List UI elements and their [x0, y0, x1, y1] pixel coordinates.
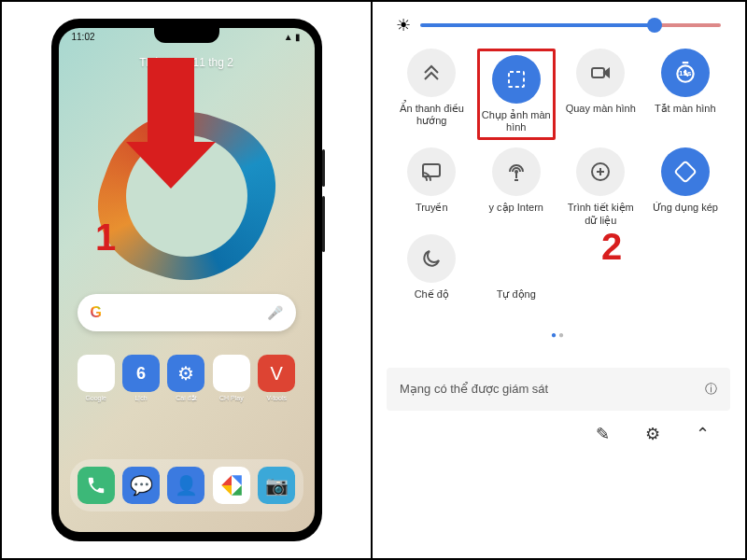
expand-icon[interactable]: ⌃	[696, 424, 710, 444]
blank-icon	[492, 234, 541, 283]
step1-panel: 11:02 ▲ ▮ Thứ Năm, 11 thg 2 🎤 Google 6	[2, 2, 371, 558]
calendar-icon: 6	[122, 355, 160, 392]
app-phone[interactable]	[78, 467, 115, 504]
message-icon: 💬	[122, 467, 160, 504]
tile-hide-navbar[interactable]: Ẩn thanh điều hướng	[392, 49, 472, 140]
hotspot-icon	[492, 147, 541, 196]
tile-screenshot[interactable]: Chụp ảnh màn hình	[477, 49, 557, 140]
vtools-icon: V	[258, 355, 295, 392]
svg-rect-3	[423, 164, 440, 176]
step2-panel: ☀ Ẩn thanh điều hướng Chụp ảnh màn hình …	[371, 2, 744, 558]
app-calendar[interactable]: 6 Lịch	[122, 355, 160, 402]
settings-gear-icon[interactable]: ⚙	[645, 424, 660, 444]
dock: 💬 👤 📷	[70, 459, 303, 511]
network-notice[interactable]: Mạng có thể được giám sát ⓘ	[387, 368, 730, 411]
step-number-2: 2	[601, 226, 622, 268]
tile-screen-record[interactable]: Quay màn hình	[561, 49, 641, 140]
edit-icon[interactable]: ✎	[596, 424, 610, 444]
capture-icon	[492, 55, 541, 104]
play-icon: ▶	[213, 355, 250, 392]
clock: 11:02	[72, 32, 95, 42]
camera-icon: 📷	[258, 467, 295, 504]
svg-rect-1	[592, 68, 604, 77]
svg-point-4	[515, 171, 517, 173]
moon-icon	[407, 234, 456, 283]
app-google-folder[interactable]: Google	[78, 355, 115, 402]
info-icon: ⓘ	[705, 381, 717, 398]
data-saver-icon	[576, 147, 625, 196]
timer-icon: 15s	[661, 49, 710, 97]
tile-dark-mode[interactable]: Chế độ	[392, 234, 472, 313]
tile-cast[interactable]: Truyền	[392, 147, 472, 226]
app-vtools[interactable]: V V-tools	[258, 355, 295, 402]
status-icons: ▲ ▮	[284, 32, 302, 42]
google-logo-icon	[91, 304, 107, 321]
cast-icon	[407, 147, 456, 196]
svg-rect-6	[674, 161, 696, 183]
quick-settings-grid: Ẩn thanh điều hướng Chụp ảnh màn hình Qu…	[387, 49, 730, 313]
tile-internet-access[interactable]: y cập Intern	[477, 147, 557, 226]
nav-icon	[407, 49, 456, 97]
step-number-1: 1	[95, 217, 116, 259]
brightness-icon: ☀	[396, 15, 411, 35]
swipe-down-arrow-annotation	[148, 58, 216, 189]
mic-icon[interactable]: 🎤	[267, 305, 283, 320]
dual-app-icon	[661, 147, 710, 196]
page-indicator: ●●	[387, 329, 730, 340]
app-play-store[interactable]: ▶ CH Play	[213, 355, 250, 402]
app-row: Google 6 Lịch ⚙ Cài đặt ▶ CH Play	[74, 355, 300, 402]
contacts-icon: 👤	[167, 467, 204, 504]
volume-button[interactable]	[322, 196, 325, 252]
notch	[154, 28, 219, 43]
app-messages[interactable]: 💬	[122, 467, 160, 504]
record-icon	[576, 49, 625, 97]
phone-icon	[78, 467, 115, 504]
photos-icon	[213, 467, 250, 504]
slider-thumb[interactable]	[647, 18, 662, 33]
app-settings[interactable]: ⚙ Cài đặt	[167, 355, 204, 402]
quick-settings-footer: ✎ ⚙ ⌃	[387, 411, 730, 444]
app-contacts[interactable]: 👤	[167, 467, 204, 504]
brightness-slider[interactable]	[420, 23, 721, 27]
google-search-bar[interactable]: 🎤	[78, 294, 296, 331]
tile-screen-off[interactable]: 15s Tắt màn hình	[646, 49, 726, 140]
tile-dual-app[interactable]: Ứng dụng kép	[646, 147, 726, 226]
power-button[interactable]	[322, 149, 325, 187]
app-camera[interactable]: 📷	[258, 467, 295, 504]
brightness-slider-row: ☀	[387, 11, 730, 49]
tile-data-saver[interactable]: Trình tiết kiệm dữ liệu	[561, 147, 641, 226]
svg-rect-0	[509, 72, 524, 87]
tutorial-image: 11:02 ▲ ▮ Thứ Năm, 11 thg 2 🎤 Google 6	[0, 0, 747, 560]
network-notice-text: Mạng có thể được giám sát	[400, 382, 548, 396]
app-photos[interactable]	[213, 467, 250, 504]
gear-icon: ⚙	[167, 355, 204, 392]
tile-auto[interactable]: Tự động	[477, 234, 557, 313]
